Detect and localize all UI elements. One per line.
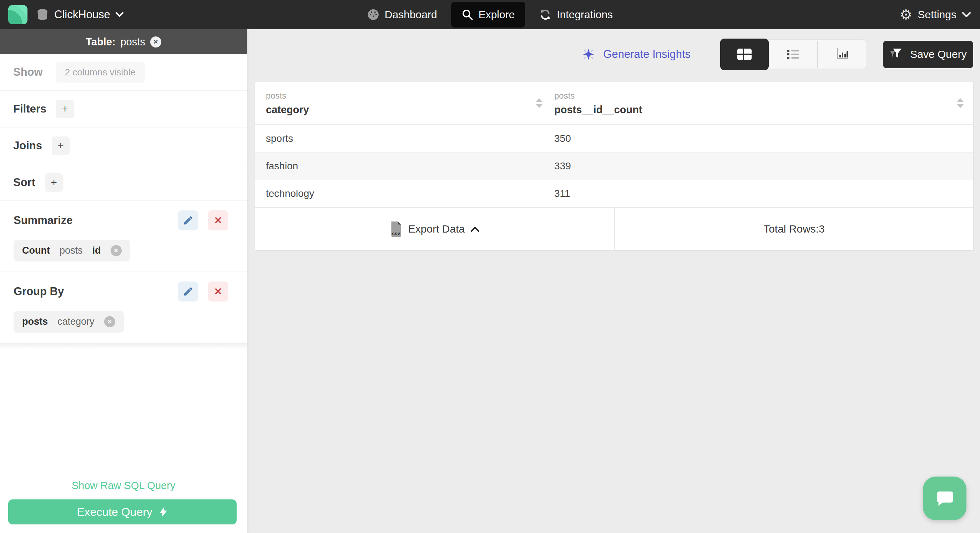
nav-item-label: Explore [479, 9, 515, 21]
chip-table: posts [60, 245, 83, 256]
add-sort-button[interactable]: + [45, 173, 63, 192]
x-icon: ✕ [214, 215, 222, 226]
filters-label: Filters [13, 102, 46, 115]
sort-asc-arrow [536, 98, 543, 102]
gear-icon: ⚙ [900, 8, 912, 21]
brand-label: ClickHouse [54, 8, 110, 21]
cell-category: fashion [255, 160, 543, 172]
chip-column: category [57, 316, 95, 327]
show-section: Show 2 columns visible [0, 54, 247, 91]
table-row[interactable]: technology 311 [255, 180, 973, 207]
columns-visible-box[interactable]: 2 columns visible [56, 62, 145, 83]
gauge-icon [367, 9, 379, 21]
edit-summarize-button[interactable] [178, 211, 198, 230]
sidebar-content-shadow [0, 343, 247, 349]
chevron-down-icon [116, 12, 124, 17]
sort-section: Sort + [0, 164, 247, 201]
list-view-toggle[interactable] [769, 39, 817, 69]
sort-asc-arrow [957, 98, 964, 102]
cell-count: 311 [543, 188, 973, 199]
column-header-count: posts posts__id__count [543, 91, 973, 116]
show-label: Show [13, 66, 43, 78]
export-data-label: Export Data [408, 223, 465, 235]
cell-category: technology [255, 188, 543, 199]
edit-group-by-button[interactable] [178, 281, 198, 302]
chat-widget-button[interactable] [923, 477, 966, 520]
generate-insights-label: Generate Insights [603, 48, 690, 61]
remove-table-icon[interactable]: ✕ [150, 37, 161, 48]
table-row[interactable]: fashion 339 [255, 152, 973, 180]
chip-table: posts [22, 316, 48, 327]
joins-section: Joins + [0, 128, 247, 164]
remove-group-by-button[interactable]: ✕ [208, 281, 228, 302]
pencil-icon [183, 215, 193, 226]
cell-count: 339 [543, 160, 973, 172]
remove-summarize-button[interactable]: ✕ [208, 211, 228, 230]
sort-desc-arrow [536, 104, 543, 108]
nav-item-label: Integrations [557, 9, 613, 21]
x-icon: ✕ [214, 286, 222, 297]
save-query-label: Save Query [910, 48, 966, 61]
top-nav: ClickHouse Dashboard Explore [0, 0, 980, 29]
execute-query-button[interactable]: Execute Query [8, 499, 237, 524]
remove-chip-icon[interactable]: ✕ [111, 245, 122, 256]
group-by-label: Group By [14, 285, 64, 298]
total-rows: Total Rows:3 [614, 208, 973, 250]
chevron-up-icon [470, 226, 480, 232]
column-name-label: category [266, 104, 309, 116]
chip-column: id [92, 245, 101, 256]
bar-chart-icon [835, 48, 850, 61]
results-toolbar: Generate Insights [247, 29, 980, 70]
nav-item-integrations[interactable]: Integrations [534, 2, 618, 27]
results-table-card: posts category posts posts__id__count [255, 82, 973, 250]
sort-label: Sort [13, 176, 35, 189]
filters-section: Filters + [0, 91, 247, 128]
table-view-toggle[interactable] [720, 38, 769, 70]
group-by-chip: posts category ✕ [14, 311, 124, 333]
sort-icon[interactable] [957, 98, 964, 108]
chart-view-toggle[interactable] [818, 39, 867, 69]
query-builder-sidebar: Table: posts ✕ Show 2 columns visible Fi… [0, 29, 247, 533]
column-group-label: posts [266, 91, 309, 101]
settings-label: Settings [918, 9, 956, 21]
add-join-button[interactable]: + [52, 136, 70, 155]
chip-aggregation: Count [22, 245, 50, 256]
execute-query-label: Execute Query [77, 506, 153, 519]
group-by-section: Group By ✕ posts category ✕ [0, 272, 247, 343]
remove-chip-icon[interactable]: ✕ [104, 316, 115, 327]
table-row[interactable]: sports 350 [255, 124, 973, 152]
table-banner: Table: posts ✕ [0, 29, 247, 54]
search-icon [462, 9, 473, 20]
settings-menu[interactable]: ⚙ Settings [900, 0, 971, 29]
column-group-label: posts [554, 91, 643, 101]
sort-icon[interactable] [536, 98, 543, 108]
save-query-button[interactable]: Save Query [883, 41, 973, 68]
view-toggle-group [720, 39, 867, 69]
chat-bubble-icon [934, 487, 956, 509]
column-header-category: posts category [255, 91, 543, 116]
table-view-icon [736, 48, 752, 61]
joins-label: Joins [13, 139, 42, 152]
table-header: posts category posts posts__id__count [255, 82, 973, 124]
add-filter-button[interactable]: + [56, 100, 74, 118]
total-rows-label: Total Rows:3 [764, 223, 825, 235]
nav-item-dashboard[interactable]: Dashboard [362, 2, 442, 27]
export-data-button[interactable]: csv Export Data [255, 208, 614, 250]
summarize-chip: Count posts id ✕ [14, 240, 130, 262]
cell-count: 350 [543, 133, 973, 144]
table-banner-name: posts [120, 36, 145, 48]
csv-file-icon: csv [390, 221, 402, 237]
chevron-down-icon [962, 12, 971, 18]
brand[interactable]: ClickHouse [8, 0, 124, 29]
pencil-icon [183, 286, 193, 297]
sync-icon [539, 9, 551, 21]
main-panel: Generate Insights [247, 29, 980, 533]
table-banner-prefix: Table: [86, 36, 115, 48]
generate-insights-button[interactable]: Generate Insights [582, 48, 690, 61]
nav-item-explore[interactable]: Explore [451, 2, 526, 27]
svg-text:csv: csv [392, 231, 400, 236]
nav-item-label: Dashboard [385, 9, 437, 21]
cell-category: sports [255, 133, 543, 144]
show-raw-sql-link[interactable]: Show Raw SQL Query [0, 480, 247, 492]
app-logo [8, 5, 27, 24]
